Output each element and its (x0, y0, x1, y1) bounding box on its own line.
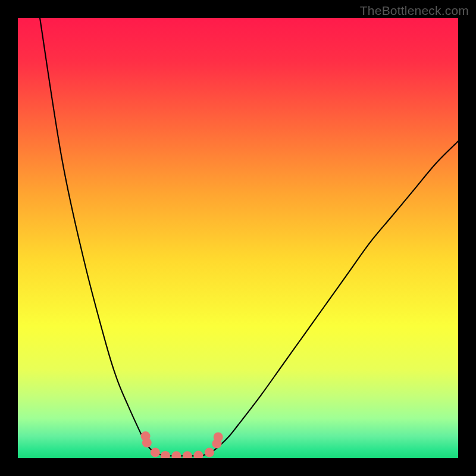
watermark-text: TheBottleneck.com (360, 4, 469, 18)
chart-frame: TheBottleneck.com (0, 0, 476, 476)
data-marker (151, 447, 160, 457)
plot-area (18, 18, 458, 458)
data-marker (142, 438, 152, 447)
data-marker (205, 447, 214, 457)
chart-svg (18, 18, 458, 458)
gradient-background (18, 18, 458, 458)
data-marker (214, 432, 223, 441)
